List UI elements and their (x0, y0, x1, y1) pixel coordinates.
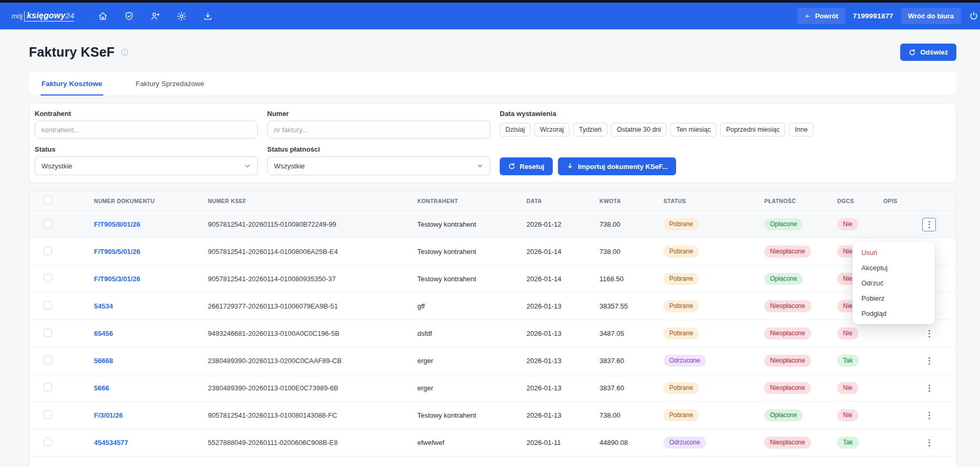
ksef-number: 2380489390-20260113-0200C0CAAF89-CB (208, 357, 417, 365)
logo-prefix: mój (12, 12, 23, 20)
date-chip-inne[interactable]: Inne (789, 123, 813, 136)
main-content: Faktury KSeF Odśwież Faktury Kosztowe Fa… (0, 29, 980, 467)
document-number-link[interactable]: 54534 (94, 302, 113, 310)
menu-item-akceptuj[interactable]: Akceptuj (852, 260, 935, 275)
date-value: 2026-01-13 (526, 357, 599, 365)
shield-check-icon[interactable] (120, 7, 138, 25)
document-number-link[interactable]: F/3/01/26 (94, 411, 123, 419)
row-checkbox[interactable] (44, 301, 52, 310)
home-icon[interactable] (94, 7, 112, 25)
kontrahent-value: dsfdf (417, 330, 526, 337)
row-actions-kebab-icon[interactable] (922, 436, 936, 450)
payment-badge: Nieopłacone (764, 300, 811, 312)
row-checkbox[interactable] (44, 383, 52, 391)
kontrahent-value: erger (417, 357, 526, 365)
tab-faktury-sprzedazowe[interactable]: Faktury Sprzedażowe (135, 72, 206, 95)
back-button-label: Powrót (815, 12, 838, 20)
payment-badge: Nieopłacone (764, 246, 811, 257)
ksef-number: 9057812541-20260115-010080B72249-99 (208, 220, 417, 228)
menu-item-pobierz[interactable]: Pobierz (852, 291, 935, 306)
power-icon[interactable] (968, 9, 980, 23)
row-checkbox[interactable] (44, 247, 52, 255)
payment-badge: Nieopłacone (764, 327, 811, 339)
numer-input[interactable] (267, 121, 490, 139)
tax-id-value: 7199991877 (853, 12, 893, 20)
row-actions-kebab-icon[interactable] (922, 381, 936, 395)
row-checkbox[interactable] (44, 356, 52, 364)
row-actions-kebab-icon[interactable] (922, 354, 936, 368)
document-number-link[interactable]: F/T905/3/01/26 (94, 275, 140, 283)
row-actions-kebab-icon[interactable] (922, 327, 936, 341)
date-value: 2026-01-13 (526, 330, 599, 337)
row-checkbox[interactable] (44, 410, 52, 419)
row-actions-kebab-icon[interactable] (922, 218, 936, 231)
date-chip-ten-miesiąc[interactable]: Ten miesiąc (670, 123, 716, 136)
amount-value: 38357.55 (599, 302, 663, 310)
filters-panel: Kontrahent Numer Data wystawienia Dzisia… (29, 103, 956, 183)
table-row[interactable]: 4545345775527888049-20260111-0200606C908… (29, 429, 956, 457)
payment-badge: Opłacone (764, 273, 803, 284)
refresh-button[interactable]: Odśwież (900, 44, 956, 61)
app-logo[interactable]: mój księgowy24 (12, 11, 74, 22)
table-row[interactable]: 56662380489390-20260113-0100E0C73989-6Be… (29, 375, 956, 402)
status-select[interactable]: Wszystkie (35, 156, 258, 175)
status-badge: Odrzucone (663, 355, 706, 366)
date-chip-dzisiaj[interactable]: Dzisiaj (500, 123, 531, 136)
kontrahent-value: efwefwef (417, 439, 526, 447)
table-row[interactable]: F/T905/8/01/269057812541-20260115-010080… (29, 211, 956, 238)
document-number-link[interactable]: F/T905/8/01/26 (94, 220, 140, 228)
dgcs-badge: Nie (837, 218, 858, 230)
menu-item-podgląd[interactable]: Podgląd (852, 306, 935, 321)
document-number-link[interactable]: 56668 (94, 357, 113, 365)
dgcs-badge: Tak (837, 437, 859, 448)
kontrahent-input[interactable] (35, 121, 258, 139)
date-chip-poprzedni-miesiąc[interactable]: Poprzedni miesiąc (720, 123, 785, 136)
row-checkbox[interactable] (44, 219, 52, 228)
info-icon[interactable] (120, 48, 129, 57)
amount-value: 3837.60 (599, 357, 663, 365)
table-row[interactable]: 545342661729377-20260113-01006079EA9B-51… (29, 293, 956, 320)
menu-item-odrzuć[interactable]: Odrzuć (852, 275, 935, 291)
reset-button[interactable]: Resetuj (500, 157, 553, 175)
row-checkbox[interactable] (44, 328, 52, 337)
amount-value: 1168.50 (599, 275, 663, 283)
table-row[interactable]: F/3/01/269057812541-20260113-01008014308… (29, 402, 956, 429)
return-to-office-button[interactable]: Wróć do biura (901, 8, 961, 24)
table-row[interactable]: F/T905/5/01/269057812541-20260114-010080… (29, 238, 956, 266)
payment-badge: Nieopłacone (764, 382, 811, 394)
ksef-number: 2380489390-20260113-0100E0C73989-6B (208, 384, 417, 392)
back-button[interactable]: Powrót (797, 8, 846, 24)
date-value: 2026-01-13 (526, 302, 599, 310)
import-ksef-button[interactable]: Importuj dokumenty KSeF... (558, 157, 676, 175)
import-ksef-button-label: Importuj dokumenty KSeF... (578, 163, 668, 171)
table-row[interactable]: 566682380489390-20260113-0200C0CAAF89-CB… (29, 347, 956, 375)
gear-icon[interactable] (173, 7, 191, 25)
ksef-number: 9057812541-20260114-01008006A25B-E4 (208, 248, 417, 256)
payment-status-select[interactable]: Wszystkie (267, 156, 490, 175)
user-plus-icon[interactable] (146, 7, 164, 25)
date-chip-wczoraj[interactable]: Wczoraj (534, 123, 570, 136)
download-icon[interactable] (199, 7, 217, 25)
tab-faktury-kosztowe[interactable]: Faktury Kosztowe (40, 72, 103, 95)
document-number-link[interactable]: 454534577 (94, 439, 128, 447)
menu-item-usuń[interactable]: Usuń (852, 245, 935, 260)
table-row[interactable]: F/T905/3/01/269057812541-20260114-010080… (29, 266, 956, 293)
navbar-right: Powrót 7199991877 Wróć do biura (797, 8, 971, 24)
document-number-link[interactable]: 5666 (94, 384, 109, 392)
date-chip-tydzień[interactable]: Tydzień (573, 123, 607, 136)
dgcs-badge: Nie (837, 382, 858, 394)
document-number-link[interactable]: F/T905/5/01/26 (94, 248, 140, 256)
row-actions-kebab-icon[interactable] (922, 409, 936, 422)
payment-badge: Opłacone (764, 218, 803, 230)
col-data: DATA (526, 198, 599, 204)
amount-value: 738.00 (599, 220, 663, 228)
date-chip-ostatnie-30-dni[interactable]: Ostatnie 30 dni (611, 123, 667, 136)
logo-brand: księgowy (27, 11, 66, 20)
row-checkbox[interactable] (44, 438, 52, 446)
amount-value: 738.00 (599, 411, 663, 419)
payment-status-select-value: Wszystkie (274, 162, 305, 170)
document-number-link[interactable]: 65456 (94, 330, 113, 337)
row-checkbox[interactable] (44, 274, 52, 282)
select-all-checkbox[interactable] (44, 196, 52, 204)
table-row[interactable]: 654569493246681-20260113-0100A0C0C196-5B… (29, 320, 956, 347)
